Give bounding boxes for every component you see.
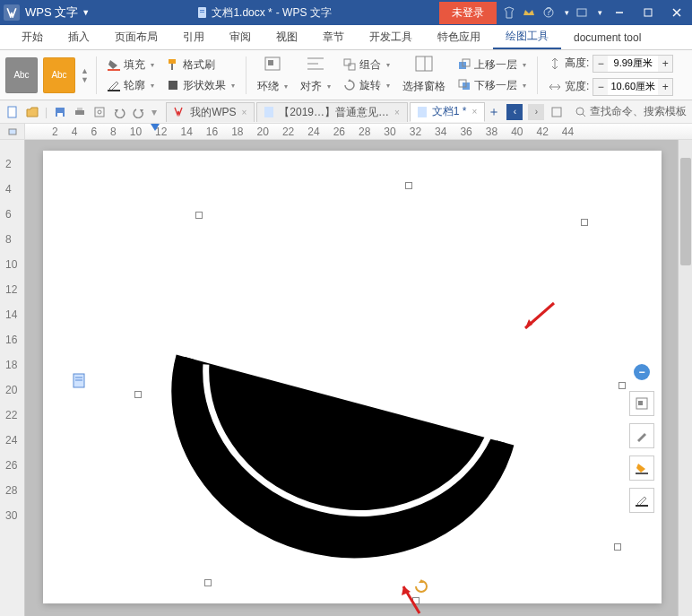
group-button[interactable]: 组合▾ xyxy=(340,56,394,74)
indent-marker[interactable] xyxy=(151,124,160,131)
height-spinner[interactable]: − + xyxy=(593,55,673,73)
tab-mywps[interactable]: 我的WPS× xyxy=(166,102,255,122)
wrap-text-button[interactable] xyxy=(629,391,654,416)
window-options-icon[interactable] xyxy=(575,5,589,20)
help-icon[interactable]: ? xyxy=(541,5,556,20)
menu-pagelayout[interactable]: 页面布局 xyxy=(102,25,170,49)
width-minus[interactable]: − xyxy=(593,79,608,95)
app-menu-dropdown[interactable]: ▼ xyxy=(82,8,90,17)
close-button[interactable] xyxy=(665,4,688,22)
menu-start[interactable]: 开始 xyxy=(9,25,56,49)
style-swatch-gray[interactable]: Abc xyxy=(5,57,38,93)
edit-shape-button[interactable] xyxy=(629,423,654,448)
login-button[interactable]: 未登录 xyxy=(439,2,497,24)
shape-effects-button[interactable]: 形状效果▾ xyxy=(163,76,238,95)
resize-handle-ml[interactable] xyxy=(134,391,142,398)
menu-section[interactable]: 章节 xyxy=(310,25,357,49)
tab-nav-right[interactable]: › xyxy=(528,104,544,120)
menu-references[interactable]: 引用 xyxy=(170,25,217,49)
format-painter-button[interactable]: 格式刷 xyxy=(163,56,238,74)
resize-handle-mr[interactable] xyxy=(618,382,626,389)
app-logo xyxy=(4,4,20,21)
menu-review[interactable]: 审阅 xyxy=(217,25,264,49)
search-icon xyxy=(575,107,586,117)
tab-doc2[interactable]: 【2019…】普通意见…× xyxy=(256,102,408,122)
help-dropdown[interactable]: ▾ xyxy=(565,8,569,17)
svg-text:?: ? xyxy=(546,7,552,18)
height-minus[interactable]: − xyxy=(593,56,608,72)
outline-button[interactable]: 轮廓▾ xyxy=(104,76,158,95)
wrap-icon[interactable] xyxy=(263,55,282,75)
style-gallery-scroll[interactable]: ▲▼ xyxy=(81,66,89,84)
crown-icon[interactable] xyxy=(522,5,536,20)
save-icon[interactable] xyxy=(53,105,67,119)
window-options-dropdown[interactable]: ▾ xyxy=(598,8,602,17)
tab-list-icon[interactable] xyxy=(549,105,564,119)
vertical-ruler[interactable]: 24681012141618202224262830 xyxy=(0,140,25,616)
width-spinner[interactable]: − + xyxy=(593,78,673,96)
width-input[interactable] xyxy=(608,82,658,92)
send-backward-button[interactable]: 下移一层▾ xyxy=(454,76,530,95)
fill-button[interactable]: 填充▾ xyxy=(104,56,158,74)
redo-icon[interactable] xyxy=(132,105,146,119)
align-icon[interactable] xyxy=(306,55,325,75)
wrap-button[interactable]: 环绕▾ xyxy=(254,77,291,96)
close-tab-icon[interactable]: × xyxy=(472,107,478,117)
width-plus[interactable]: + xyxy=(658,79,672,95)
selection-pane-icon[interactable] xyxy=(414,55,434,75)
rotate-button[interactable]: 旋转▾ xyxy=(340,76,394,95)
svg-rect-12 xyxy=(169,59,176,64)
menu-devtools[interactable]: 开发工具 xyxy=(357,25,425,49)
outline-shape-button[interactable] xyxy=(629,488,654,513)
qat-dropdown[interactable]: ▾ xyxy=(151,106,157,118)
floating-shape-toolbar: − xyxy=(629,364,654,513)
tab-nav-left[interactable]: ‹ xyxy=(506,104,523,120)
svg-rect-38 xyxy=(418,107,427,117)
menu-view[interactable]: 视图 xyxy=(264,25,310,49)
width-field: 宽度: − + xyxy=(545,76,677,98)
new-icon[interactable] xyxy=(5,105,20,119)
align-button[interactable]: 对齐▾ xyxy=(297,77,334,96)
maximize-button[interactable] xyxy=(636,4,660,22)
open-icon[interactable] xyxy=(25,105,39,119)
height-field: 高度: − + xyxy=(545,53,677,74)
menu-special[interactable]: 特色应用 xyxy=(425,25,493,49)
minimize-button[interactable] xyxy=(608,4,631,22)
skin-icon[interactable] xyxy=(502,5,516,20)
vertical-scrollbar[interactable] xyxy=(678,140,692,616)
menu-insert[interactable]: 插入 xyxy=(56,25,102,49)
resize-handle-tm[interactable] xyxy=(405,182,412,189)
bring-forward-button[interactable]: 上移一层▾ xyxy=(454,56,530,74)
print-icon[interactable] xyxy=(73,105,87,119)
close-tab-icon[interactable]: × xyxy=(241,108,247,117)
fill-shape-button[interactable] xyxy=(629,455,654,481)
preview-icon[interactable] xyxy=(92,105,107,119)
document-icon xyxy=(264,107,273,117)
svg-rect-35 xyxy=(95,108,104,117)
height-input[interactable] xyxy=(608,58,658,69)
svg-rect-5 xyxy=(577,9,586,16)
svg-rect-7 xyxy=(644,9,652,16)
new-tab-button[interactable]: ＋ xyxy=(487,105,501,119)
tab-doc3[interactable]: 文档1 *× xyxy=(410,102,486,122)
horizontal-ruler[interactable]: 2468101214161820222426283032343638404244 xyxy=(0,124,692,140)
height-plus[interactable]: + xyxy=(658,56,672,72)
collapse-toolbar-button[interactable]: − xyxy=(634,364,650,380)
menu-documenttool[interactable]: document tool xyxy=(561,25,653,49)
search-commands[interactable]: 查找命令、搜索模板 xyxy=(575,104,687,119)
menu-drawingtools[interactable]: 绘图工具 xyxy=(493,25,561,49)
resize-handle-br[interactable] xyxy=(614,543,621,551)
resize-handle-tr[interactable] xyxy=(581,219,588,226)
selection-pane-button[interactable]: 选择窗格 xyxy=(399,77,449,96)
app-name: WPS 文字 xyxy=(25,4,78,21)
anchor-icon[interactable] xyxy=(72,373,88,389)
resize-handle-bl[interactable] xyxy=(204,579,212,586)
selection-bounding-box xyxy=(117,185,583,579)
document-tabs: 我的WPS× 【2019…】普通意见…× 文档1 *× ＋ xyxy=(166,100,501,123)
undo-icon[interactable] xyxy=(112,105,126,119)
scrollbar-thumb[interactable] xyxy=(680,158,691,265)
resize-handle-tl[interactable] xyxy=(195,212,203,219)
close-tab-icon[interactable]: × xyxy=(394,108,400,117)
style-swatch-orange[interactable]: Abc xyxy=(43,57,75,93)
document-icon xyxy=(418,107,427,117)
